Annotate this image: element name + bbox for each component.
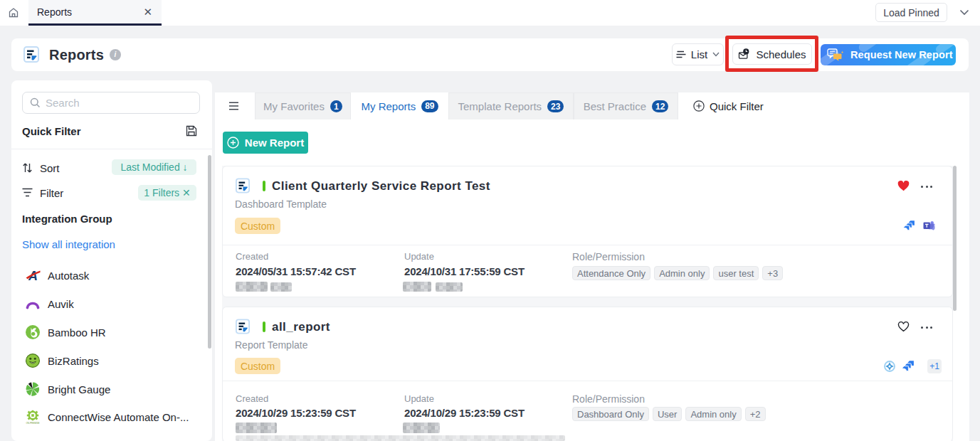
svg-text:ON-PREMISE: ON-PREMISE <box>26 422 39 425</box>
